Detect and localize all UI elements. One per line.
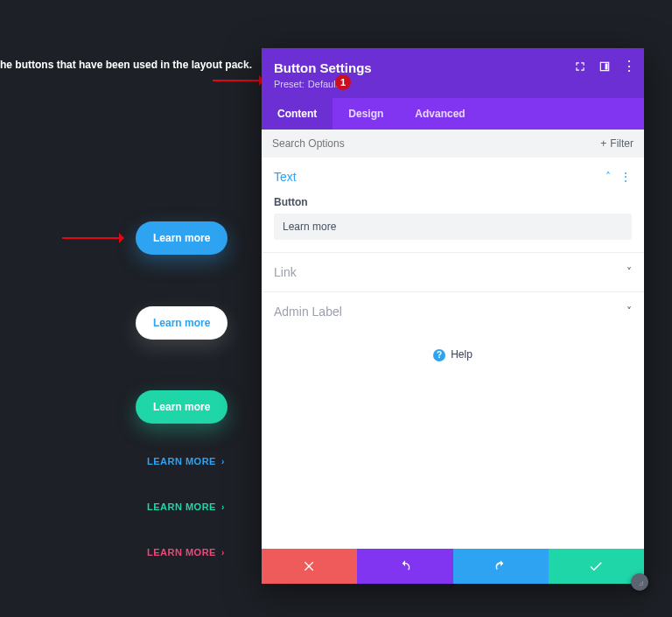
annotation-badge: 1 [335, 74, 351, 90]
more-vertical-icon[interactable]: ⋮ [620, 170, 632, 184]
preview-link-label: LEARN MORE [147, 547, 216, 557]
help-label: Help [451, 348, 472, 361]
undo-icon [398, 559, 412, 573]
resize-handle[interactable] [631, 573, 648, 591]
chevron-right-icon: › [221, 548, 225, 557]
section-link-header[interactable]: Link ˅ [274, 265, 632, 279]
preset-value: Default [308, 79, 339, 89]
preview-button-white[interactable]: Learn more [136, 306, 228, 340]
redo-button[interactable] [453, 549, 549, 584]
search-input[interactable] [272, 137, 600, 150]
preview-button-blue[interactable]: Learn more [136, 221, 228, 255]
chevron-down-icon[interactable]: ˅ [626, 305, 632, 318]
preset-dropdown[interactable]: Preset: Default ▾ [274, 79, 632, 89]
chevron-up-icon[interactable]: ˄ [606, 171, 611, 183]
field-label-button: Button [274, 196, 632, 208]
help-icon: ? [433, 349, 445, 361]
chevron-right-icon: › [221, 502, 225, 512]
button-settings-modal: Button Settings Preset: Default ▾ 1 ⋮ Co… [262, 48, 644, 584]
modal-footer [262, 549, 644, 584]
section-text-header[interactable]: Text ˄ ⋮ [274, 170, 632, 184]
filter-label: Filter [610, 137, 634, 150]
section-admin-label: Admin Label ˅ [262, 292, 644, 331]
chevron-right-icon: › [221, 457, 225, 466]
annotation-arrow-preset [213, 80, 263, 81]
tab-content[interactable]: Content [262, 98, 332, 130]
tab-advanced[interactable]: Advanced [399, 98, 480, 130]
preview-link-pink[interactable]: LEARN MORE › [147, 547, 225, 557]
preview-link-blue[interactable]: LEARN MORE › [147, 456, 225, 466]
modal-header: Button Settings Preset: Default ▾ 1 ⋮ [262, 48, 644, 98]
resize-icon [635, 578, 644, 586]
plus-icon: + [600, 137, 606, 150]
preview-link-label: LEARN MORE [147, 456, 216, 466]
modal-header-actions: ⋮ [574, 60, 635, 73]
section-title: Text [274, 170, 297, 184]
snap-right-icon[interactable] [598, 60, 611, 73]
save-button[interactable] [549, 549, 644, 584]
preview-button-teal[interactable]: Learn more [136, 390, 228, 424]
chevron-down-icon[interactable]: ˅ [626, 266, 632, 278]
preset-label: Preset: [274, 79, 304, 89]
search-bar: + Filter [262, 130, 644, 158]
annotation-arrow-button [62, 237, 123, 239]
preview-link-teal[interactable]: LEARN MORE › [147, 501, 225, 512]
filter-button[interactable]: + Filter [600, 137, 634, 150]
section-title: Admin Label [274, 305, 342, 319]
modal-tabs: Content Design Advanced [262, 98, 644, 130]
expand-icon[interactable] [574, 60, 586, 73]
tab-design[interactable]: Design [332, 98, 399, 130]
check-icon [588, 558, 604, 574]
section-link: Link ˅ [262, 253, 644, 292]
preview-link-label: LEARN MORE [147, 501, 216, 512]
help-link[interactable]: ?Help [262, 331, 644, 368]
section-title: Link [274, 265, 297, 279]
page-description-text: he buttons that have been used in the la… [0, 59, 252, 71]
undo-button[interactable] [357, 549, 452, 584]
section-text: Text ˄ ⋮ Button Learn more [262, 158, 644, 253]
section-admin-label-header[interactable]: Admin Label ˅ [274, 305, 632, 319]
more-vertical-icon[interactable]: ⋮ [623, 60, 635, 73]
cancel-button[interactable] [262, 549, 357, 584]
redo-icon [494, 559, 508, 573]
modal-body: Text ˄ ⋮ Button Learn more Link ˅ Admin … [262, 158, 644, 549]
close-icon [303, 559, 317, 573]
button-text-input[interactable]: Learn more [274, 214, 632, 240]
svg-rect-1 [606, 64, 608, 70]
